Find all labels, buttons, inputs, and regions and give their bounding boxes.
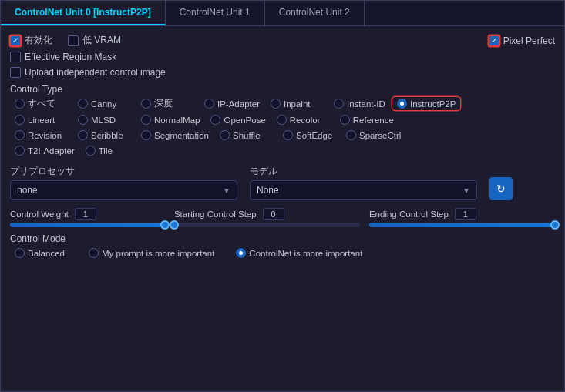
radio-segmentation[interactable]: Segmentation bbox=[136, 129, 214, 142]
starting-step-label: Starting Control Step bbox=[174, 209, 257, 219]
radio-all[interactable]: すべて bbox=[10, 96, 72, 111]
radio-inpaint[interactable]: Inpaint bbox=[266, 97, 328, 110]
radio-controlnet-more[interactable]: ControlNet is more important bbox=[231, 246, 367, 260]
radio-reference-circle bbox=[340, 115, 350, 125]
starting-step-track[interactable] bbox=[174, 223, 360, 227]
radio-tile[interactable]: Tile bbox=[81, 144, 143, 157]
upload-independent-checkbox[interactable]: Upload independent control image bbox=[10, 67, 166, 78]
radio-lineart-circle bbox=[15, 115, 25, 125]
control-weight-value[interactable]: 1 bbox=[75, 208, 96, 220]
tab-unit2[interactable]: ControlNet Unit 2 bbox=[265, 1, 365, 25]
ending-step-fill bbox=[369, 223, 555, 227]
enable-checkbox-label: 有効化 bbox=[25, 34, 52, 47]
control-weight-fill bbox=[10, 223, 165, 227]
radio-sparsectrl-label: SparseCtrl bbox=[359, 131, 401, 140]
radio-reference[interactable]: Reference bbox=[335, 113, 399, 126]
control-type-section: Control Type すべて Canny 深度 bbox=[10, 82, 555, 157]
radio-mlsd-label: MLSD bbox=[91, 116, 116, 125]
radio-revision-label: Revision bbox=[28, 131, 62, 140]
controlnet-panel: ControlNet Unit 0 [InstructP2P] ControlN… bbox=[0, 0, 565, 392]
control-weight-header: Control Weight 1 bbox=[10, 208, 165, 220]
preprocessor-group: プリプロセッサ none ▼ bbox=[10, 165, 237, 200]
starting-step-value[interactable]: 0 bbox=[263, 208, 284, 220]
ending-step-value[interactable]: 1 bbox=[455, 208, 476, 220]
radio-t2i-adapter[interactable]: T2I-Adapter bbox=[10, 144, 79, 157]
model-select[interactable]: None ▼ bbox=[250, 180, 477, 200]
enable-checkbox[interactable]: ✓ 有効化 bbox=[10, 34, 52, 47]
starting-step-group: Starting Control Step 0 bbox=[174, 208, 360, 227]
pixel-perfect-checkbox[interactable]: ✓ Pixel Perfect bbox=[489, 35, 555, 46]
preprocessor-label: プリプロセッサ bbox=[10, 165, 237, 178]
radio-balanced-circle bbox=[15, 248, 25, 258]
radio-tile-circle bbox=[86, 146, 96, 156]
pixel-perfect-checkbox-box[interactable]: ✓ bbox=[489, 35, 499, 46]
refresh-icon: ↻ bbox=[496, 183, 506, 195]
effective-region-label: Effective Region Mask bbox=[25, 52, 116, 62]
radio-openpose[interactable]: OpenPose bbox=[206, 113, 270, 126]
radio-ip-adapter-label: IP-Adapter bbox=[217, 99, 260, 109]
main-content: ✓ 有効化 低 VRAM ✓ Pixel Perfect Effective R… bbox=[1, 26, 564, 391]
tab-unit0[interactable]: ControlNet Unit 0 [InstructP2P] bbox=[1, 1, 166, 25]
radio-instructp2p-circle bbox=[397, 99, 407, 109]
ending-step-track[interactable] bbox=[369, 223, 555, 227]
radio-openpose-label: OpenPose bbox=[224, 116, 265, 125]
radio-scribble[interactable]: Scribble bbox=[73, 129, 135, 142]
tab-bar: ControlNet Unit 0 [InstructP2P] ControlN… bbox=[1, 1, 564, 26]
radio-balanced[interactable]: Balanced bbox=[10, 246, 72, 260]
radio-depth-circle bbox=[141, 99, 151, 109]
radio-depth-label: 深度 bbox=[154, 98, 173, 109]
upload-independent-label: Upload independent control image bbox=[25, 67, 166, 78]
control-weight-track[interactable] bbox=[10, 223, 165, 227]
preprocessor-arrow-icon: ▼ bbox=[223, 186, 230, 195]
control-mode-label: Control Mode bbox=[10, 233, 555, 244]
radio-lineart[interactable]: Lineart bbox=[10, 113, 72, 126]
ending-step-thumb[interactable] bbox=[550, 220, 560, 230]
radio-ip-adapter[interactable]: IP-Adapter bbox=[200, 97, 264, 110]
control-weight-group: Control Weight 1 bbox=[10, 208, 165, 227]
radio-controlnet-more-label: ControlNet is more important bbox=[249, 249, 362, 258]
control-mode-options: Balanced My prompt is more important Con… bbox=[10, 246, 555, 260]
radio-softedge[interactable]: SoftEdge bbox=[278, 129, 340, 142]
control-type-row-1: すべて Canny 深度 IP-Adapter bbox=[10, 96, 555, 111]
low-vram-checkbox-box[interactable] bbox=[68, 35, 79, 46]
radio-mlsd[interactable]: MLSD bbox=[73, 113, 135, 126]
radio-recolor[interactable]: Recolor bbox=[272, 113, 334, 126]
radio-sparsectrl[interactable]: SparseCtrl bbox=[341, 129, 405, 142]
radio-sparsectrl-circle bbox=[346, 130, 356, 140]
preprocessor-model-row: プリプロセッサ none ▼ モデル None ▼ ↻ bbox=[10, 165, 555, 200]
radio-scribble-circle bbox=[78, 130, 88, 140]
radio-controlnet-more-dot bbox=[239, 251, 243, 255]
low-vram-checkbox[interactable]: 低 VRAM bbox=[68, 34, 121, 47]
radio-instructp2p-dot bbox=[400, 102, 404, 106]
radio-revision-circle bbox=[15, 130, 25, 140]
radio-depth[interactable]: 深度 bbox=[136, 96, 198, 111]
control-weight-label: Control Weight bbox=[10, 209, 69, 219]
ending-step-header: Ending Control Step 1 bbox=[369, 208, 555, 220]
radio-inpaint-circle bbox=[271, 99, 281, 109]
radio-recolor-circle bbox=[277, 115, 287, 125]
starting-step-thumb[interactable] bbox=[170, 220, 179, 230]
radio-revision[interactable]: Revision bbox=[10, 129, 72, 142]
preprocessor-select[interactable]: none ▼ bbox=[10, 180, 237, 200]
enable-checkbox-box[interactable]: ✓ bbox=[10, 35, 21, 46]
radio-softedge-circle bbox=[283, 130, 293, 140]
preprocessor-value: none bbox=[17, 185, 218, 196]
radio-normalmap-circle bbox=[141, 115, 151, 125]
radio-all-label: すべて bbox=[28, 98, 55, 109]
tab-unit1[interactable]: ControlNet Unit 1 bbox=[166, 1, 265, 25]
effective-region-checkbox[interactable]: Effective Region Mask bbox=[10, 52, 116, 62]
control-type-row-4: T2I-Adapter Tile bbox=[10, 144, 555, 157]
radio-prompt-more-label: My prompt is more important bbox=[102, 249, 214, 258]
radio-shuffle[interactable]: Shuffle bbox=[215, 129, 277, 142]
radio-canny[interactable]: Canny bbox=[73, 97, 135, 110]
refresh-button[interactable]: ↻ bbox=[489, 177, 513, 200]
radio-instructp2p[interactable]: InstructP2P bbox=[392, 97, 460, 110]
upload-independent-checkbox-box[interactable] bbox=[10, 67, 21, 78]
control-weight-thumb[interactable] bbox=[160, 220, 170, 230]
radio-segmentation-circle bbox=[141, 130, 151, 140]
effective-region-checkbox-box[interactable] bbox=[10, 52, 21, 62]
radio-instant-id[interactable]: Instant-ID bbox=[329, 97, 391, 110]
top-checkbox-row: ✓ 有効化 低 VRAM ✓ Pixel Perfect bbox=[10, 34, 555, 47]
radio-normalmap[interactable]: NormalMap bbox=[136, 113, 204, 126]
radio-prompt-more[interactable]: My prompt is more important bbox=[84, 246, 219, 260]
